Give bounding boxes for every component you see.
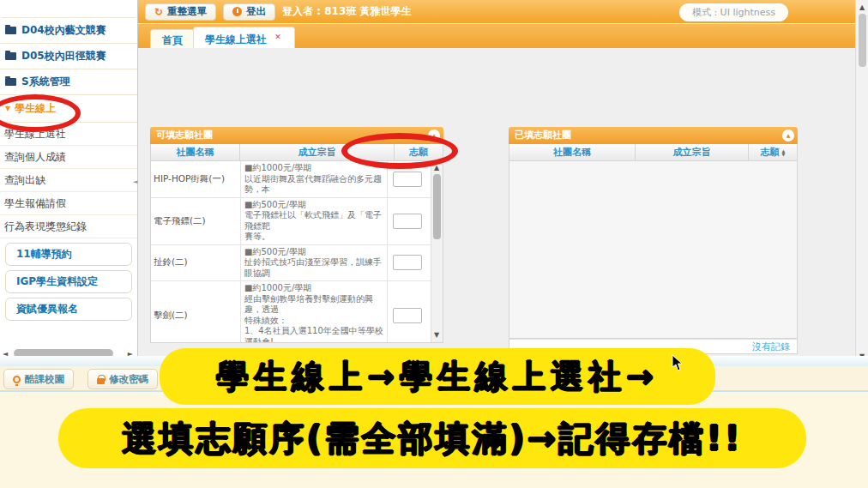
sidebar-subitem[interactable]: 查詢出缺 [0, 169, 137, 192]
top-bar: ↻ 重整選單 登出 登入者 : 813班 黃雅世學生 模式 : UI light… [138, 0, 855, 23]
sidebar-subitem[interactable]: 行為表現獎懲紀錄 [0, 215, 137, 238]
club-purpose-cell: ■約1000元/學期 經由擊劍教學培養對擊劍運動的興趣，透過 特殊績效： 1、4… [240, 281, 388, 343]
scrollbar-thumb[interactable] [859, 14, 866, 67]
app-screen: D04校內藝文競賽 D05校內田徑競賽 S系統管理 ▼ 學生線上 學生線上選社查… [0, 0, 868, 488]
selected-panel-title: 已填志願社團 [515, 130, 571, 141]
logout-label: 登出 [246, 5, 266, 18]
sidebar-folder-item[interactable]: S系統管理 [0, 69, 137, 95]
sidebar-collapsed-section[interactable]: 資賦優異報名 [5, 298, 132, 321]
sidebar: D04校內藝文競賽 D05校內田徑競賽 S系統管理 ▼ 學生線上 學生線上選社查… [0, 0, 138, 363]
club-name-cell: HIP-HOP街舞(一) [151, 161, 240, 197]
folder-icon [5, 27, 16, 34]
sidebar-subitem[interactable]: 查詢個人成績 [0, 146, 137, 169]
wish-rank-input[interactable] [393, 255, 422, 270]
column-purpose: 成立宗旨 [636, 144, 749, 160]
club-wish-cell [388, 198, 427, 244]
logout-button[interactable]: 登出 [223, 3, 275, 21]
club-wish-cell [388, 281, 427, 343]
available-table-body: HIP-HOP街舞(一) ■約1000元/學期 以近期街舞及當代舞蹈融合的多元趨… [150, 161, 443, 343]
table-scrollbar[interactable]: ▲ ▼ [431, 161, 443, 342]
club-table-row: 擊劍(二) ■約1000元/學期 經由擊劍教學培養對擊劍運動的興趣，透過 特殊績… [151, 281, 431, 343]
club-name-cell: 扯鈴(二) [151, 245, 240, 281]
column-club-name: 社團名稱 [509, 144, 636, 160]
scrollbar-thumb[interactable] [433, 174, 441, 239]
club-purpose-cell: ■約500元/學期 電子飛鏢社以「軟式飛鏢」及「電子飛鏢靶 賽等。 [240, 198, 388, 244]
close-icon[interactable]: ✕ [274, 33, 281, 41]
banner-text: 學生線上→學生線上選社→ [216, 355, 659, 399]
sidebar-collapsed-label: IGP學生資料設定 [16, 274, 98, 289]
tab-club-selection-label: 學生線上選社 [205, 33, 267, 45]
sidebar-subitem-list: 學生線上選社查詢個人成績查詢出缺學生報備請假行為表現獎懲紀錄 [0, 123, 137, 238]
wish-rank-input[interactable] [393, 214, 422, 229]
club-name-cell: 擊劍(二) [151, 281, 240, 343]
available-rows: HIP-HOP街舞(一) ■約1000元/學期 以近期街舞及當代舞蹈融合的多元趨… [151, 161, 431, 343]
club-table-row: 電子飛鏢(二) ■約500元/學期 電子飛鏢社以「軟式飛鏢」及「電子飛鏢靶 賽等… [151, 198, 431, 245]
sidebar-folder-list: D04校內藝文競賽 D05校內田徑競賽 S系統管理 [0, 18, 137, 95]
logged-in-user: 登入者 : 813班 黃雅世學生 [282, 4, 411, 19]
sidebar-folder-label: S系統管理 [21, 75, 70, 89]
campus-button-label: 酷課校園 [25, 373, 64, 386]
sidebar-collapsed-list: 11輔導預約 IGP學生資料設定 資賦優異報名 [0, 243, 137, 321]
collapse-icon: ▲ [787, 133, 791, 138]
splitter-collapse-icon[interactable]: ◄ [133, 178, 137, 185]
club-wish-cell [388, 245, 427, 281]
sidebar-collapsed-label: 11輔導預約 [16, 247, 72, 262]
change-password-label: 修改密碼 [109, 373, 148, 386]
refresh-icon: ↻ [154, 6, 163, 18]
ui-mode-button[interactable]: 模式 : UI lightness [679, 3, 788, 21]
column-wish-label: 志願 [761, 146, 780, 159]
sidebar-folder-label: D05校內田徑競賽 [21, 49, 106, 63]
selected-table-header: 社團名稱 成立宗旨 志願 ▲ ▼ [509, 144, 798, 161]
club-purpose-cell: ■約1000元/學期 以近期街舞及當代舞蹈融合的多元趨勢，本 [240, 161, 388, 197]
scroll-down-icon[interactable]: ▼ [434, 330, 439, 340]
selected-panel-header: 已填志願社團 ▲ [509, 127, 798, 144]
sidebar-collapsed-label: 資賦優異報名 [16, 302, 78, 316]
sidebar-subitem[interactable]: 學生報備請假 [0, 192, 137, 215]
refresh-menu-label: 重整選單 [167, 5, 207, 18]
column-wish-sortable[interactable]: 志願 ▲ ▼ [749, 144, 797, 160]
power-icon [232, 7, 242, 16]
club-name-cell: 電子飛鏢(二) [151, 198, 240, 244]
lightbulb-icon [13, 376, 21, 383]
tab-strip: 首頁 學生線上選社 ✕ [138, 23, 855, 48]
sort-icon: ▲ ▼ [782, 149, 786, 156]
instruction-banner-line2: 選填志願序(需全部填滿)→記得存檔!! [58, 408, 806, 468]
sidebar-collapsed-section[interactable]: 11輔導預約 [5, 243, 132, 266]
banner-text: 選填志願序(需全部填滿)→記得存檔!! [122, 415, 743, 462]
column-club-name: 社團名稱 [151, 144, 240, 160]
sidebar-folder-item[interactable]: D05校內田徑競賽 [0, 44, 137, 69]
folder-icon [5, 78, 16, 86]
selected-table-body [509, 161, 798, 339]
club-purpose-cell: ■約500元/學期 扯鈴招式技巧由淺至深學習，訓練手眼協調 [240, 245, 388, 281]
selected-clubs-panel: 已填志願社團 ▲ 社團名稱 成立宗旨 志願 ▲ ▼ 沒有記錄 [509, 127, 798, 354]
campus-button[interactable]: 酷課校園 [3, 369, 74, 389]
lock-icon [97, 378, 105, 384]
sidebar-folder-item[interactable]: D04校內藝文競賽 [0, 18, 137, 44]
wish-rank-input[interactable] [393, 172, 422, 187]
folder-icon [5, 52, 16, 60]
club-table-row: 扯鈴(二) ■約500元/學期 扯鈴招式技巧由淺至深學習，訓練手眼協調 [151, 245, 431, 282]
collapse-button[interactable]: ▲ [782, 130, 794, 142]
refresh-menu-button[interactable]: ↻ 重整選單 [145, 3, 216, 21]
change-password-button[interactable]: 修改密碼 [87, 369, 158, 389]
main-scrollbar[interactable]: ▲ ▼ [855, 0, 868, 364]
available-panel-title: 可填志願社團 [156, 130, 213, 141]
wish-rank-input[interactable] [393, 308, 422, 323]
sidebar-stub-item [0, 0, 137, 18]
scroll-up-icon[interactable]: ▲ [859, 3, 865, 13]
instruction-banner-line1: 學生線上→學生線上選社→ [160, 348, 715, 405]
sidebar-collapsed-section[interactable]: IGP學生資料設定 [5, 270, 132, 293]
mouse-cursor [672, 354, 684, 372]
annotation-circle-wish-column [341, 133, 458, 169]
sidebar-folder-label: D04校內藝文競賽 [21, 23, 106, 38]
